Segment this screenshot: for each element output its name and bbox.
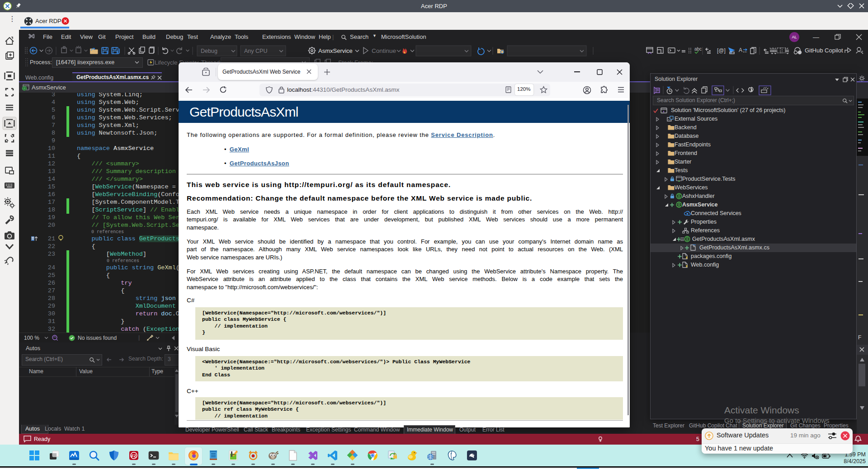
svg-text:Any CPU: Any CPU [244,48,267,54]
svg-text:GitHub Copilot: GitHub Copilot [805,47,843,54]
svg-text:AsmxService: AsmxService [318,47,353,54]
svg-text:A: A [739,47,742,53]
svg-text:FZ: FZ [132,454,137,458]
svg-text:Debug: Debug [201,48,217,54]
svg-text:abc: abc [694,47,702,52]
svg-text:[@]: [@] [717,47,726,54]
svg-text:Continue: Continue [372,47,396,54]
